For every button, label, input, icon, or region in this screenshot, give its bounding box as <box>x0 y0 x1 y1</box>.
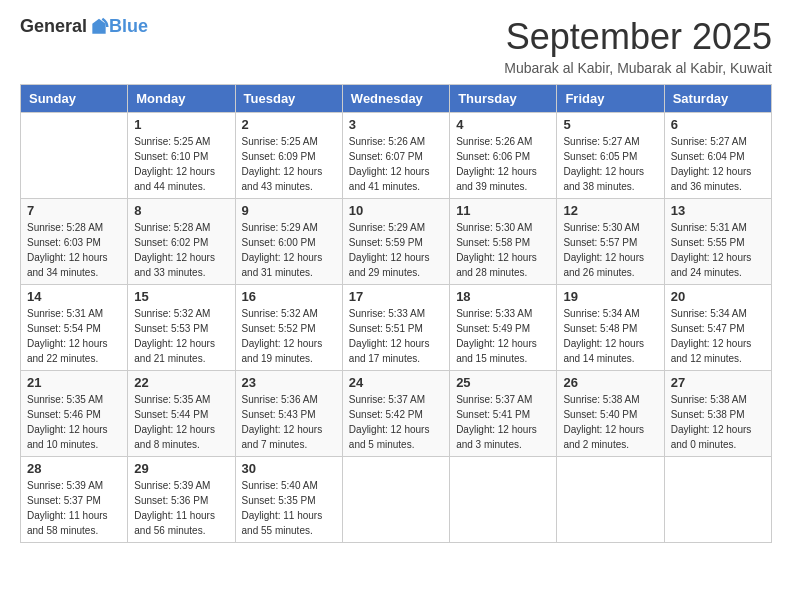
table-row: 8 Sunrise: 5:28 AMSunset: 6:02 PMDayligh… <box>128 199 235 285</box>
title-block: September 2025 Mubarak al Kabir, Mubarak… <box>504 16 772 76</box>
calendar-week-4: 28 Sunrise: 5:39 AMSunset: 5:37 PMDaylig… <box>21 457 772 543</box>
cell-info: Sunrise: 5:28 AMSunset: 6:03 PMDaylight:… <box>27 220 121 280</box>
cell-info: Sunrise: 5:27 AMSunset: 6:05 PMDaylight:… <box>563 134 657 194</box>
cell-info: Sunrise: 5:33 AMSunset: 5:49 PMDaylight:… <box>456 306 550 366</box>
date-number: 18 <box>456 289 550 304</box>
table-row: 26 Sunrise: 5:38 AMSunset: 5:40 PMDaylig… <box>557 371 664 457</box>
cell-info: Sunrise: 5:31 AMSunset: 5:54 PMDaylight:… <box>27 306 121 366</box>
date-number: 15 <box>134 289 228 304</box>
date-number: 25 <box>456 375 550 390</box>
date-number: 8 <box>134 203 228 218</box>
table-row: 30 Sunrise: 5:40 AMSunset: 5:35 PMDaylig… <box>235 457 342 543</box>
cell-info: Sunrise: 5:31 AMSunset: 5:55 PMDaylight:… <box>671 220 765 280</box>
month-title: September 2025 <box>504 16 772 58</box>
table-row: 18 Sunrise: 5:33 AMSunset: 5:49 PMDaylig… <box>450 285 557 371</box>
table-row: 5 Sunrise: 5:27 AMSunset: 6:05 PMDayligh… <box>557 113 664 199</box>
date-number: 16 <box>242 289 336 304</box>
col-thursday: Thursday <box>450 85 557 113</box>
col-wednesday: Wednesday <box>342 85 449 113</box>
date-number: 9 <box>242 203 336 218</box>
cell-info: Sunrise: 5:29 AMSunset: 5:59 PMDaylight:… <box>349 220 443 280</box>
date-number: 22 <box>134 375 228 390</box>
cell-info: Sunrise: 5:36 AMSunset: 5:43 PMDaylight:… <box>242 392 336 452</box>
table-row <box>21 113 128 199</box>
table-row: 25 Sunrise: 5:37 AMSunset: 5:41 PMDaylig… <box>450 371 557 457</box>
cell-info: Sunrise: 5:33 AMSunset: 5:51 PMDaylight:… <box>349 306 443 366</box>
table-row: 12 Sunrise: 5:30 AMSunset: 5:57 PMDaylig… <box>557 199 664 285</box>
cell-info: Sunrise: 5:25 AMSunset: 6:09 PMDaylight:… <box>242 134 336 194</box>
col-sunday: Sunday <box>21 85 128 113</box>
table-row: 16 Sunrise: 5:32 AMSunset: 5:52 PMDaylig… <box>235 285 342 371</box>
date-number: 29 <box>134 461 228 476</box>
table-row: 23 Sunrise: 5:36 AMSunset: 5:43 PMDaylig… <box>235 371 342 457</box>
date-number: 4 <box>456 117 550 132</box>
table-row: 4 Sunrise: 5:26 AMSunset: 6:06 PMDayligh… <box>450 113 557 199</box>
table-row: 2 Sunrise: 5:25 AMSunset: 6:09 PMDayligh… <box>235 113 342 199</box>
calendar-table: Sunday Monday Tuesday Wednesday Thursday… <box>20 84 772 543</box>
table-row: 20 Sunrise: 5:34 AMSunset: 5:47 PMDaylig… <box>664 285 771 371</box>
cell-info: Sunrise: 5:35 AMSunset: 5:44 PMDaylight:… <box>134 392 228 452</box>
table-row: 15 Sunrise: 5:32 AMSunset: 5:53 PMDaylig… <box>128 285 235 371</box>
cell-info: Sunrise: 5:39 AMSunset: 5:37 PMDaylight:… <box>27 478 121 538</box>
table-row: 14 Sunrise: 5:31 AMSunset: 5:54 PMDaylig… <box>21 285 128 371</box>
table-row: 24 Sunrise: 5:37 AMSunset: 5:42 PMDaylig… <box>342 371 449 457</box>
table-row: 29 Sunrise: 5:39 AMSunset: 5:36 PMDaylig… <box>128 457 235 543</box>
date-number: 17 <box>349 289 443 304</box>
cell-info: Sunrise: 5:26 AMSunset: 6:07 PMDaylight:… <box>349 134 443 194</box>
table-row <box>664 457 771 543</box>
table-row: 6 Sunrise: 5:27 AMSunset: 6:04 PMDayligh… <box>664 113 771 199</box>
cell-info: Sunrise: 5:38 AMSunset: 5:40 PMDaylight:… <box>563 392 657 452</box>
col-tuesday: Tuesday <box>235 85 342 113</box>
table-row <box>342 457 449 543</box>
col-monday: Monday <box>128 85 235 113</box>
calendar-week-0: 1 Sunrise: 5:25 AMSunset: 6:10 PMDayligh… <box>21 113 772 199</box>
date-number: 28 <box>27 461 121 476</box>
date-number: 14 <box>27 289 121 304</box>
cell-info: Sunrise: 5:27 AMSunset: 6:04 PMDaylight:… <box>671 134 765 194</box>
date-number: 26 <box>563 375 657 390</box>
logo-icon <box>89 17 109 37</box>
cell-info: Sunrise: 5:30 AMSunset: 5:57 PMDaylight:… <box>563 220 657 280</box>
date-number: 30 <box>242 461 336 476</box>
cell-info: Sunrise: 5:34 AMSunset: 5:47 PMDaylight:… <box>671 306 765 366</box>
date-number: 27 <box>671 375 765 390</box>
date-number: 19 <box>563 289 657 304</box>
cell-info: Sunrise: 5:32 AMSunset: 5:52 PMDaylight:… <box>242 306 336 366</box>
table-row: 7 Sunrise: 5:28 AMSunset: 6:03 PMDayligh… <box>21 199 128 285</box>
cell-info: Sunrise: 5:25 AMSunset: 6:10 PMDaylight:… <box>134 134 228 194</box>
table-row: 17 Sunrise: 5:33 AMSunset: 5:51 PMDaylig… <box>342 285 449 371</box>
table-row <box>557 457 664 543</box>
date-number: 13 <box>671 203 765 218</box>
location-text: Mubarak al Kabir, Mubarak al Kabir, Kuwa… <box>504 60 772 76</box>
date-number: 6 <box>671 117 765 132</box>
table-row: 21 Sunrise: 5:35 AMSunset: 5:46 PMDaylig… <box>21 371 128 457</box>
cell-info: Sunrise: 5:37 AMSunset: 5:41 PMDaylight:… <box>456 392 550 452</box>
header-row: Sunday Monday Tuesday Wednesday Thursday… <box>21 85 772 113</box>
col-saturday: Saturday <box>664 85 771 113</box>
date-number: 2 <box>242 117 336 132</box>
table-row: 3 Sunrise: 5:26 AMSunset: 6:07 PMDayligh… <box>342 113 449 199</box>
table-row: 11 Sunrise: 5:30 AMSunset: 5:58 PMDaylig… <box>450 199 557 285</box>
table-row: 28 Sunrise: 5:39 AMSunset: 5:37 PMDaylig… <box>21 457 128 543</box>
date-number: 3 <box>349 117 443 132</box>
table-row: 27 Sunrise: 5:38 AMSunset: 5:38 PMDaylig… <box>664 371 771 457</box>
table-row: 22 Sunrise: 5:35 AMSunset: 5:44 PMDaylig… <box>128 371 235 457</box>
col-friday: Friday <box>557 85 664 113</box>
date-number: 24 <box>349 375 443 390</box>
cell-info: Sunrise: 5:39 AMSunset: 5:36 PMDaylight:… <box>134 478 228 538</box>
table-row: 10 Sunrise: 5:29 AMSunset: 5:59 PMDaylig… <box>342 199 449 285</box>
logo-general-text: General <box>20 16 87 37</box>
calendar-week-1: 7 Sunrise: 5:28 AMSunset: 6:03 PMDayligh… <box>21 199 772 285</box>
date-number: 11 <box>456 203 550 218</box>
logo: General Blue <box>20 16 148 37</box>
date-number: 7 <box>27 203 121 218</box>
cell-info: Sunrise: 5:40 AMSunset: 5:35 PMDaylight:… <box>242 478 336 538</box>
date-number: 5 <box>563 117 657 132</box>
cell-info: Sunrise: 5:38 AMSunset: 5:38 PMDaylight:… <box>671 392 765 452</box>
date-number: 20 <box>671 289 765 304</box>
table-row: 19 Sunrise: 5:34 AMSunset: 5:48 PMDaylig… <box>557 285 664 371</box>
date-number: 12 <box>563 203 657 218</box>
cell-info: Sunrise: 5:34 AMSunset: 5:48 PMDaylight:… <box>563 306 657 366</box>
cell-info: Sunrise: 5:26 AMSunset: 6:06 PMDaylight:… <box>456 134 550 194</box>
table-row: 9 Sunrise: 5:29 AMSunset: 6:00 PMDayligh… <box>235 199 342 285</box>
